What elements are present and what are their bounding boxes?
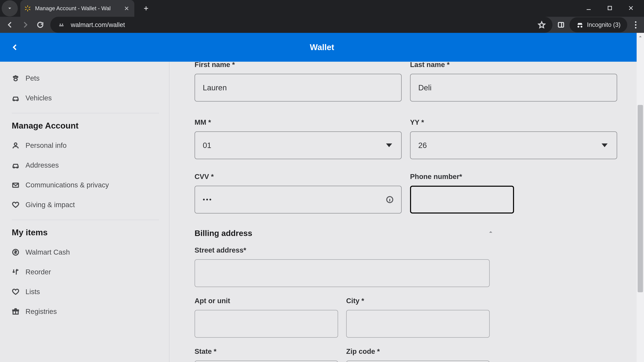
expiry-year-select[interactable]: 26 [410,131,617,159]
expiry-month-select[interactable]: 01 [194,131,402,159]
sidebar-item-label: Pets [26,74,40,82]
minimize-button[interactable] [586,5,592,12]
last-name-input[interactable]: Deli [410,74,617,102]
page-scrollbar[interactable] [636,33,644,362]
cvv-label: CVV * [194,173,402,181]
cvv-info-icon[interactable] [386,196,394,204]
close-window-button[interactable] [628,5,634,12]
sidebar-item-label: Walmart Cash [26,248,70,256]
sidebar-item-personal-info[interactable]: Personal info [12,136,159,155]
toolbar-right-cluster: Incognito (3) [558,17,639,32]
heart-outline-icon [12,288,20,296]
svg-rect-1 [27,9,28,11]
scrollbar-up-arrow-icon[interactable] [636,33,644,40]
last-name-label: Last name * [410,62,617,69]
svg-rect-2 [28,6,30,8]
browser-toolbar: walmart.com/wallet Incognito (3) [0,17,644,33]
svg-rect-0 [27,5,28,7]
address-bar[interactable]: walmart.com/wallet [50,17,552,33]
sidebar-item-addresses[interactable]: Addresses [12,155,159,175]
panel-button[interactable] [558,18,564,31]
svg-point-15 [14,100,14,101]
back-button[interactable] [5,20,15,30]
sidebar-item-giving-impact[interactable]: Giving & impact [12,195,159,215]
chrome-menu-button[interactable] [632,21,639,28]
svg-rect-5 [28,9,30,10]
svg-point-17 [14,143,17,145]
browser-tab[interactable]: Manage Account - Wallet - Wal [20,0,134,17]
cvv-input[interactable]: ••• [194,186,402,214]
tab-search-button[interactable] [2,0,18,16]
first-name-input[interactable]: Lauren [194,74,402,102]
mm-label: MM * [194,118,402,126]
svg-rect-9 [59,25,64,26]
tab-title: Manage Account - Wallet - Wal [35,5,111,11]
svg-point-7 [60,24,61,25]
svg-point-19 [17,167,18,168]
sidebar-divider [12,220,159,220]
site-info-icon[interactable] [57,20,66,29]
gift-icon [12,308,20,316]
window-controls [586,0,644,17]
sidebar-item-pets[interactable]: Pets [12,68,159,88]
sidebar-item-label: Personal info [26,141,66,149]
zip-label: Zip code * [346,348,490,356]
sidebar-item-communications-privacy[interactable]: Communications & privacy [12,175,159,195]
sidebar-item-label: Addresses [26,161,59,169]
sidebar-item-reorder[interactable]: Reorder [12,262,159,282]
bookmark-star-icon[interactable] [538,21,546,29]
state-select[interactable]: State [194,361,338,362]
svg-point-11 [14,76,15,78]
svg-point-13 [16,76,18,78]
sidebar-section-manage-account: Manage Account [12,121,159,131]
street-address-label: Street address* [194,246,490,254]
sidebar: Pets Vehicles Manage Account Personal in… [0,62,170,362]
sidebar-item-label: Registries [26,308,57,316]
incognito-indicator[interactable]: Incognito (3) [570,17,627,32]
page: Wallet Pets Vehicles Manage Account Pers… [0,33,644,362]
phone-label: Phone number* [410,173,617,181]
state-label: State * [194,348,338,356]
svg-point-18 [14,167,14,168]
close-tab-icon[interactable] [124,6,129,11]
sidebar-item-vehicles[interactable]: Vehicles [12,88,159,108]
mail-icon [12,181,20,189]
yy-label: YY * [410,118,617,126]
street-address-input[interactable] [194,259,490,287]
zip-code-input[interactable] [346,361,490,362]
sidebar-item-registries[interactable]: Registries [12,302,159,322]
sidebar-item-label: Giving & impact [26,201,75,209]
new-tab-button[interactable] [141,3,151,13]
form-main: First name * Lauren Last name * Deli MM … [170,62,644,362]
browser-tabbar: Manage Account - Wallet - Wal [0,0,644,17]
sidebar-item-walmart-cash[interactable]: Walmart Cash [12,242,159,262]
city-label: City * [346,297,490,305]
city-input[interactable] [346,310,490,338]
billing-address-heading: Billing address [194,229,490,238]
apt-label: Apt or unit [194,297,338,305]
sidebar-section-my-items: My items [12,228,159,237]
incognito-label: Incognito (3) [587,21,620,28]
sidebar-item-label: Lists [26,288,40,296]
scrollbar-track[interactable] [636,40,644,362]
svg-point-14 [14,78,17,81]
svg-point-16 [17,100,18,101]
billing-scroll-up-icon[interactable] [487,229,494,235]
reload-button[interactable] [35,20,45,30]
phone-number-input[interactable] [410,186,514,214]
url-text: walmart.com/wallet [71,21,533,28]
page-back-button[interactable] [10,42,20,52]
forward-button[interactable] [20,20,30,30]
sidebar-divider [12,113,159,113]
scrollbar-thumb[interactable] [638,105,643,292]
user-icon [12,142,20,149]
paw-icon [12,74,20,82]
sidebar-item-lists[interactable]: Lists [12,282,159,302]
svg-rect-4 [25,6,27,8]
svg-rect-10 [558,22,564,27]
first-name-label: First name * [194,62,402,69]
walmart-favicon [24,5,31,12]
sidebar-item-label: Communications & privacy [26,181,109,189]
apt-unit-input[interactable] [194,310,338,338]
maximize-button[interactable] [607,5,613,12]
